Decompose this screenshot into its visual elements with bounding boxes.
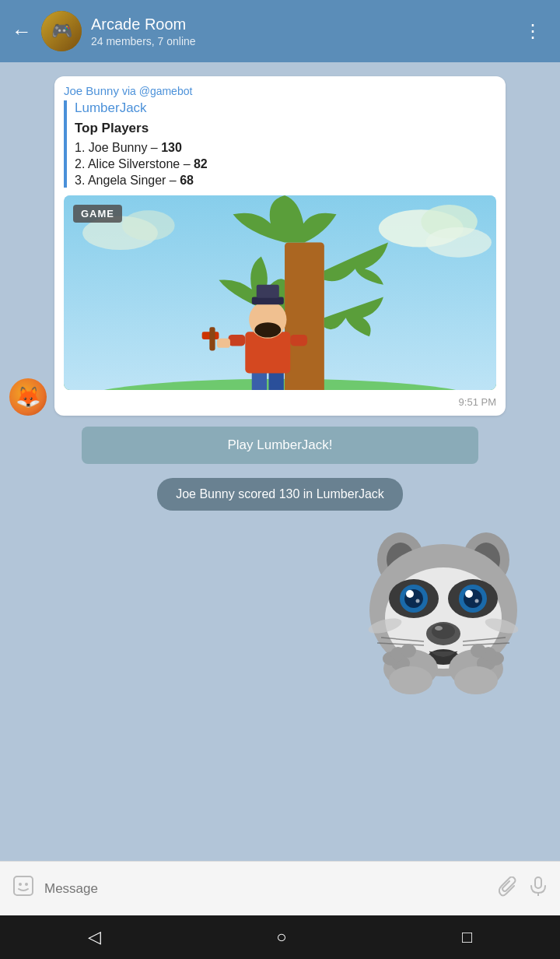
svg-rect-16 [290, 335, 307, 346]
game-image[interactable]: GAME [64, 195, 496, 390]
svg-point-38 [416, 599, 420, 603]
message-time: 9:51 PM [64, 396, 496, 408]
svg-point-64 [25, 883, 28, 886]
group-avatar: 🎮 [41, 11, 82, 51]
game-svg [64, 195, 496, 390]
play-button-row: Play LumberJack! [8, 422, 552, 469]
list-item: 1. Joe Bunny – 130 [75, 141, 496, 155]
svg-point-59 [471, 644, 486, 658]
emoji-icon [12, 874, 35, 898]
list-item: 2. Alice Silverstone – 82 [75, 157, 496, 171]
player-list: 1. Joe Bunny – 130 2. Alice Silverstone … [75, 141, 496, 188]
svg-point-41 [432, 624, 455, 639]
attach-button[interactable] [499, 876, 519, 901]
emoji-button[interactable] [12, 874, 35, 903]
message-input[interactable] [44, 881, 489, 897]
input-bar [0, 861, 560, 915]
svg-point-54 [401, 644, 416, 658]
more-options-button[interactable]: ⋮ [517, 14, 548, 48]
recent-nav-button[interactable]: □ [446, 921, 488, 954]
svg-rect-17 [217, 339, 230, 348]
play-lumberjack-button[interactable]: Play LumberJack! [82, 427, 478, 464]
svg-rect-22 [252, 297, 284, 305]
game-badge: GAME [73, 205, 122, 223]
mic-icon [528, 876, 548, 896]
chat-subtitle: 24 members, 7 online [91, 35, 517, 47]
back-nav-button[interactable]: ◁ [72, 921, 117, 954]
sender-row: Joe Bunny via @gamebot [64, 84, 496, 97]
svg-point-37 [465, 590, 473, 598]
raccoon-sticker [342, 525, 544, 704]
sender-name: Joe Bunny [64, 84, 119, 97]
chat-title: Arcade Room [91, 16, 517, 33]
score-notification: Joe Bunny scored 130 in LumberJack [157, 478, 403, 511]
svg-rect-9 [285, 242, 324, 390]
svg-point-36 [406, 590, 414, 598]
svg-point-60 [389, 666, 432, 694]
score-notification-row: Joe Bunny scored 130 in LumberJack [8, 475, 552, 514]
back-button[interactable]: ← [12, 19, 32, 44]
raccoon-svg [342, 525, 544, 704]
svg-point-63 [19, 883, 22, 886]
avatar-icon: 🎮 [41, 11, 82, 51]
svg-rect-23 [257, 285, 279, 298]
svg-rect-19 [209, 327, 215, 350]
svg-rect-65 [535, 877, 541, 888]
sticker-row [8, 520, 552, 704]
header-info: Arcade Room 24 members, 7 online [91, 16, 517, 47]
player-score-1: 130 [161, 141, 182, 154]
svg-point-42 [435, 626, 443, 631]
chat-area: 🦊 Joe Bunny via @gamebot LumberJack Top … [0, 62, 560, 861]
player-score-2: 82 [194, 157, 208, 170]
mic-button[interactable] [528, 876, 548, 901]
sender-via: via @gamebot [122, 85, 192, 97]
game-name-link[interactable]: LumberJack [75, 100, 496, 116]
chat-header: ← 🎮 Arcade Room 24 members, 7 online ⋮ [0, 0, 560, 62]
message-content: LumberJack Top Players 1. Joe Bunny – 13… [64, 100, 496, 188]
list-item: 3. Angela Singer – 68 [75, 174, 496, 188]
home-nav-button[interactable]: ○ [261, 921, 302, 954]
svg-point-3 [425, 227, 492, 258]
svg-point-5 [122, 210, 175, 241]
nav-bar: ◁ ○ □ [0, 915, 560, 959]
svg-rect-62 [14, 876, 33, 895]
svg-rect-15 [229, 335, 246, 346]
message-bubble: Joe Bunny via @gamebot LumberJack Top Pl… [54, 76, 506, 416]
sender-avatar: 🦊 [9, 378, 47, 416]
svg-point-21 [254, 322, 281, 337]
attach-icon [499, 876, 519, 897]
svg-point-61 [454, 666, 498, 694]
player-score-3: 68 [180, 174, 194, 187]
avatar: 🦊 [9, 378, 47, 416]
top-players-title: Top Players [75, 121, 496, 136]
svg-point-39 [475, 599, 479, 603]
